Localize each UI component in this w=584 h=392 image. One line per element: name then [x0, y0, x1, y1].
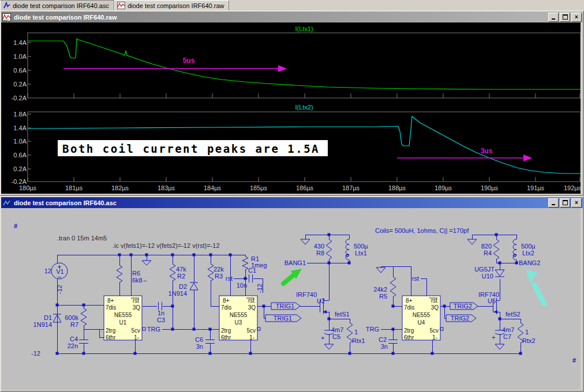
- mosfet-u5[interactable]: IRF740 U5: [478, 291, 499, 314]
- svg-text:NE555: NE555: [230, 312, 248, 318]
- capacitor-c3[interactable]: 1n C3: [157, 302, 165, 323]
- comment-coils[interactable]: Coils= 500uH, 1ohms, C|| =170pf: [375, 227, 469, 234]
- resistor-r3[interactable]: 22k R3: [208, 264, 224, 281]
- svg-text:Rtx1: Rtx1: [352, 337, 365, 344]
- svg-text:430: 430: [314, 243, 324, 250]
- schematic-canvas[interactable]: # # .tran 0 15m 14m5 .ic v(fets1)=-12 v(…: [1, 208, 581, 390]
- svg-text:3Q: 3Q: [133, 304, 141, 311]
- dash-mark: −: [143, 277, 147, 284]
- svg-text:D2: D2: [179, 283, 187, 290]
- svg-text:185µs: 185µs: [250, 184, 268, 191]
- svg-text:NE555: NE555: [114, 312, 132, 318]
- inductor-ltx2[interactable]: 500µ Ltx2: [513, 239, 536, 260]
- svg-text:-0.2A: -0.2A: [12, 95, 27, 101]
- tab-schematic-asc[interactable]: diode test comparison IRF640.asc: [0, 0, 114, 10]
- capacitor-c1[interactable]: C1 10n -12: [237, 267, 263, 293]
- svg-text:186µs: 186µs: [296, 184, 314, 191]
- schematic-tab-icon: [3, 2, 10, 9]
- minimize-icon[interactable]: [548, 13, 559, 22]
- svg-text:1.4A: 1.4A: [13, 39, 27, 46]
- spice-directive-tran[interactable]: .tran 0 15m 14m5: [57, 235, 107, 242]
- mosfet-u2[interactable]: IRF740 U2: [296, 291, 327, 314]
- tab-waveform-raw[interactable]: diode test comparison IRF640.raw: [114, 0, 230, 10]
- close-icon[interactable]: ×: [571, 198, 582, 208]
- schematic-window-titlebar[interactable]: diode test comparison IRF640.asc ×: [1, 197, 583, 208]
- maximize-icon[interactable]: [560, 198, 570, 208]
- svg-text:22n: 22n: [68, 342, 78, 349]
- svg-text:C1: C1: [248, 267, 256, 274]
- inductor-ltx1[interactable]: 500µ Ltx1: [346, 239, 368, 260]
- net-flag-trig1-b[interactable]: TRIG1: [265, 315, 301, 322]
- plot2-y-ticklabels: 1.8A 1.4A 1.0A 0.6A 0.2A -0.2A: [12, 111, 27, 185]
- ne555-u4[interactable]: 8+ rst 7dis 3Q NE555 U4 2trg 5cv 6thr 1-: [402, 296, 440, 341]
- svg-text:24k2: 24k2: [373, 286, 387, 293]
- capacitor-c4[interactable]: C4 22n: [68, 336, 88, 349]
- capacitor-c5[interactable]: + 4m7 C5: [321, 326, 343, 341]
- svg-text:R7: R7: [70, 321, 78, 328]
- net-label-trg-2[interactable]: TRG: [366, 326, 379, 333]
- net-flag-trig2-b[interactable]: TRIG2: [446, 315, 476, 322]
- source-arrow-icon: [493, 310, 497, 314]
- ne555-u3[interactable]: 8+ rst 7dis 3Q NE555 U3 2trg 5cv 6thr 1-: [219, 296, 257, 341]
- maximize-icon[interactable]: [560, 13, 570, 22]
- svg-text:5cv: 5cv: [246, 327, 256, 334]
- document-tab-bar: diode test comparison IRF640.asc diode t…: [0, 0, 584, 11]
- svg-text:TRIG2: TRIG2: [454, 303, 472, 310]
- resistor-r5[interactable]: 24k2 R5: [373, 277, 396, 300]
- net-label-rst-2[interactable]: rst: [412, 275, 419, 282]
- resistor-r2[interactable]: 47k R2: [170, 264, 186, 281]
- svg-text:2trg: 2trg: [221, 327, 231, 334]
- svg-text:183µs: 183µs: [158, 184, 175, 191]
- minimize-icon[interactable]: [548, 198, 559, 208]
- resistor-rtx1[interactable]: 1 Rtx1: [347, 323, 365, 344]
- capacitor-c2[interactable]: C2 3n: [379, 336, 398, 350]
- resistor-rtx2[interactable]: 1 Rtx2: [518, 323, 536, 344]
- x-axis-ticklabels: 180µs 181µs 182µs 183µs 184µs 185µs 186µ…: [19, 184, 581, 191]
- svg-text:U1: U1: [119, 319, 127, 326]
- resistor-r4[interactable]: 820 R4: [481, 239, 499, 259]
- spice-directive-ic[interactable]: .ic v(fets1)=-12 v(fets2)=-12 v(rst)=-12: [113, 242, 220, 249]
- waveform-window-titlebar[interactable]: diode test comparison IRF640.raw ×: [1, 12, 583, 22]
- net-label-bang2[interactable]: BANG2: [519, 259, 540, 266]
- net-label-trg-1[interactable]: TRG: [147, 326, 160, 333]
- svg-text:C6: C6: [195, 336, 203, 343]
- net-label-rst-1[interactable]: rst: [226, 275, 233, 282]
- net-label-bang1[interactable]: BANG1: [284, 259, 306, 266]
- waveform-window: diode test comparison IRF640.raw × I(Ltx…: [0, 10, 584, 196]
- time-arrow-5us: 5us: [63, 56, 287, 72]
- svg-text:192µs: 192µs: [564, 184, 581, 191]
- net-flag-trig1-a[interactable]: TRIG1: [271, 303, 300, 310]
- svg-text:820: 820: [481, 243, 492, 250]
- svg-text:NE555: NE555: [413, 312, 430, 318]
- v1-value: 12: [44, 267, 51, 274]
- resistor-r6[interactable]: R6 6k8: [117, 265, 143, 284]
- c1-neg-label: -12: [256, 284, 263, 293]
- time-arrow-3us: 3us: [397, 147, 532, 161]
- svg-text:TRIG1: TRIG1: [276, 303, 294, 310]
- svg-text:rst: rst: [248, 297, 254, 304]
- capacitor-c7[interactable]: + 4m7 C7: [492, 326, 514, 341]
- arrow-label: 3us: [481, 147, 493, 155]
- net-label-fets1[interactable]: fetS1: [335, 311, 350, 318]
- arrow-head-icon: [278, 65, 287, 72]
- net-label-minus12-rail[interactable]: -12: [31, 350, 40, 357]
- svg-text:IRF740: IRF740: [296, 291, 317, 298]
- svg-text:6thr: 6thr: [106, 334, 116, 341]
- capacitor-c6[interactable]: C6 3n: [195, 336, 215, 350]
- resistor-r8[interactable]: 430 R8: [314, 239, 332, 259]
- plot2-title: I(Ltx2): [295, 104, 313, 111]
- svg-text:184µs: 184µs: [204, 184, 222, 191]
- arrow-label: 5us: [183, 56, 195, 65]
- svg-text:0.6A: 0.6A: [13, 67, 27, 74]
- waveform-plot-area[interactable]: I(Ltx1) I(Ltx2) 1.4A 1.0A 0.6A 0.2A -0.2…: [1, 22, 581, 194]
- resistor-r7[interactable]: 600k R7: [65, 308, 87, 328]
- voltage-source-v1[interactable]: 12 V1 -12: [44, 263, 68, 294]
- v1-ref: V1: [56, 268, 63, 275]
- svg-text:8+: 8+: [406, 297, 413, 304]
- net-label-fets2[interactable]: fetS2: [506, 311, 521, 318]
- net-flag-trig2-a[interactable]: TRIG2: [450, 303, 478, 310]
- ne555-u1[interactable]: 8+ rst 7dis 3Q NE555 U1 2trg 5cv 6thr 1-: [104, 296, 142, 341]
- svg-text:rst: rst: [133, 297, 139, 304]
- svg-text:C3: C3: [157, 316, 165, 323]
- close-icon[interactable]: ×: [571, 13, 582, 22]
